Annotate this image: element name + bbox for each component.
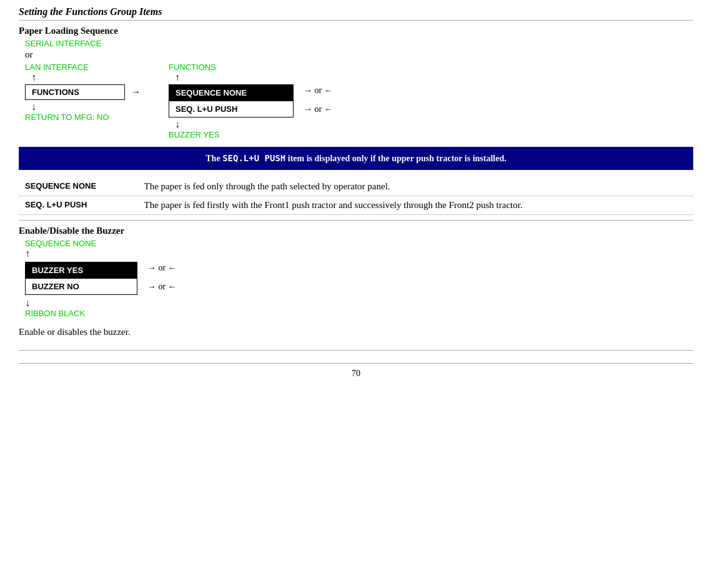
- functions-row: FUNCTIONS →: [25, 84, 162, 100]
- sequence-box: SEQUENCE NONE SEQ. L+U PUSH: [169, 84, 294, 117]
- or-text: or: [25, 49, 693, 60]
- page-number: 70: [19, 363, 693, 379]
- buzzer-description: Enable or disables the buzzer.: [19, 327, 693, 337]
- down-arrow-right: ↓: [175, 119, 333, 130]
- highlight-box: The SEQ.L+U PUSH item is displayed only …: [19, 147, 693, 170]
- arrow-or-buzzer-1: → or ←: [147, 263, 177, 273]
- paper-loading-diagram: LAN INTERFACE ↑ FUNCTIONS → ↓ RETURN TO …: [25, 62, 693, 139]
- highlight-mono: SEQ.L+U PUSH: [222, 153, 285, 163]
- seq-l-u-push-row: SEQ. L+U PUSH: [169, 101, 293, 117]
- buzzer-seq-none-label: SEQUENCE NONE: [25, 239, 693, 248]
- desc-def-2: The paper is fed firstly with the Front1…: [138, 196, 693, 215]
- ribbon-black-label: RIBBON BLACK: [25, 309, 693, 318]
- return-mfg-label: RETURN TO MFG: NO: [25, 112, 162, 122]
- descriptions-table: SEQUENCE NONE The paper is fed only thro…: [19, 177, 693, 215]
- buzzer-yes-row: BUZZER YES: [26, 262, 137, 279]
- buzzer-options-box: BUZZER YES BUZZER NO: [25, 262, 137, 295]
- buzzer-diagram: BUZZER YES BUZZER NO → or ← → or ←: [25, 262, 693, 295]
- serial-interface-label: SERIAL INTERFACE: [25, 39, 693, 48]
- desc-term-2: SEQ. L+U PUSH: [19, 196, 138, 215]
- arrow-or-seq-2: → or ←: [304, 104, 333, 114]
- left-col: LAN INTERFACE ↑ FUNCTIONS → ↓ RETURN TO …: [25, 62, 162, 139]
- divider-bottom: [19, 350, 693, 351]
- buzzer-up-arrow: ↑: [25, 248, 693, 259]
- paper-loading-title: Paper Loading Sequence: [19, 26, 693, 36]
- buzzer-arrows: → or ← → or ←: [144, 262, 177, 292]
- section-title: Setting the Functions Group Items: [19, 6, 693, 21]
- buzzer-down-arrow: ↓: [25, 297, 693, 309]
- desc-term-1: SEQUENCE NONE: [19, 177, 138, 196]
- seq-arrows: → or ← → or ←: [300, 84, 333, 117]
- desc-row-2: SEQ. L+U PUSH The paper is fed firstly w…: [19, 196, 693, 215]
- lan-interface-label: LAN INTERFACE: [25, 62, 162, 72]
- desc-row-1: SEQUENCE NONE The paper is fed only thro…: [19, 177, 693, 196]
- up-arrow-right: ↑: [175, 72, 333, 83]
- highlight-text2: item is displayed only if the upper push…: [285, 154, 506, 163]
- highlight-text1: The: [205, 154, 222, 163]
- buzzer-no-row: BUZZER NO: [26, 279, 137, 294]
- right-col: FUNCTIONS ↑ SEQUENCE NONE SEQ. L+U PUSH …: [169, 62, 333, 139]
- seq-none-row: SEQUENCE NONE: [169, 85, 293, 101]
- up-arrow-left: ↑: [31, 72, 162, 83]
- arrow-or-seq-1: → or ←: [304, 86, 333, 96]
- divider-1: [19, 220, 693, 221]
- arrow-right-1: →: [131, 87, 141, 97]
- functions-box: FUNCTIONS: [25, 84, 125, 100]
- functions-right-label: FUNCTIONS: [169, 62, 333, 72]
- arrow-or-buzzer-2: → or ←: [147, 282, 177, 292]
- buzzer-yes-label: BUZZER YES: [169, 130, 333, 139]
- down-arrow-left: ↓: [31, 101, 162, 112]
- seq-box-row: SEQUENCE NONE SEQ. L+U PUSH → or ← → or …: [169, 84, 333, 117]
- buzzer-title: Enable/Disable the Buzzer: [19, 226, 693, 236]
- desc-def-1: The paper is fed only through the path s…: [138, 177, 693, 196]
- page: Setting the Functions Group Items Paper …: [0, 0, 712, 391]
